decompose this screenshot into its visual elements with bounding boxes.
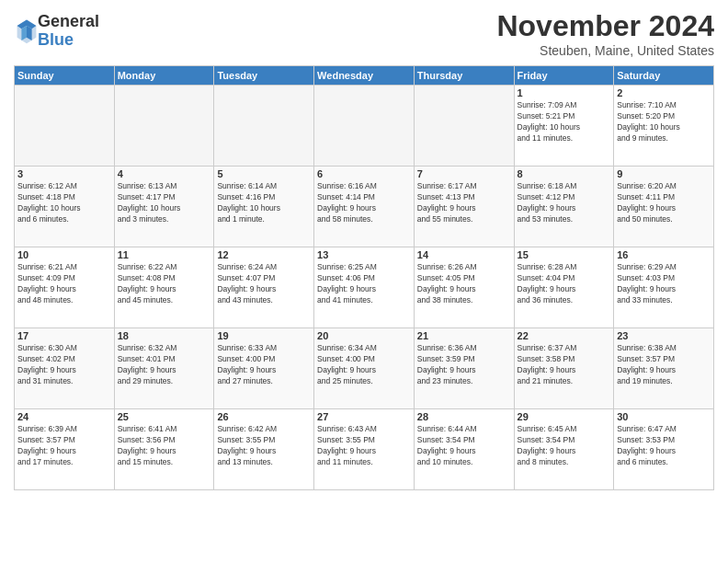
day-info: Sunrise: 6:41 AM Sunset: 3:56 PM Dayligh… xyxy=(118,424,211,468)
day-info: Sunrise: 6:39 AM Sunset: 3:57 PM Dayligh… xyxy=(17,424,111,468)
header-wednesday: Wednesday xyxy=(314,66,415,86)
day-number: 2 xyxy=(617,87,711,98)
day-info: Sunrise: 6:42 AM Sunset: 3:55 PM Dayligh… xyxy=(217,424,311,468)
day-info: Sunrise: 6:34 AM Sunset: 4:00 PM Dayligh… xyxy=(317,343,411,387)
calendar-cell-w2-d7: 9Sunrise: 6:20 AM Sunset: 4:11 PM Daylig… xyxy=(614,167,714,247)
calendar-cell-w2-d5: 7Sunrise: 6:17 AM Sunset: 4:13 PM Daylig… xyxy=(414,167,514,247)
calendar-cell-w5-d7: 30Sunrise: 6:47 AM Sunset: 3:53 PM Dayli… xyxy=(614,409,714,490)
calendar-cell-w1-d7: 2Sunrise: 7:10 AM Sunset: 5:20 PM Daylig… xyxy=(614,86,714,167)
day-number: 30 xyxy=(617,411,711,422)
calendar-week-1: 1Sunrise: 7:09 AM Sunset: 5:21 PM Daylig… xyxy=(15,86,714,167)
day-number: 7 xyxy=(417,168,511,179)
header-thursday: Thursday xyxy=(414,66,514,86)
calendar-header-row: Sunday Monday Tuesday Wednesday Thursday… xyxy=(15,66,714,86)
day-info: Sunrise: 6:28 AM Sunset: 4:04 PM Dayligh… xyxy=(518,262,611,306)
day-number: 20 xyxy=(317,330,411,341)
day-number: 29 xyxy=(518,411,611,422)
location: Steuben, Maine, United States xyxy=(496,43,714,58)
day-info: Sunrise: 6:25 AM Sunset: 4:06 PM Dayligh… xyxy=(317,262,411,306)
day-info: Sunrise: 6:36 AM Sunset: 3:59 PM Dayligh… xyxy=(417,343,511,387)
day-number: 10 xyxy=(17,249,111,260)
logo-blue-text: Blue xyxy=(38,31,99,50)
day-info: Sunrise: 6:38 AM Sunset: 3:57 PM Dayligh… xyxy=(617,343,711,387)
logo: General Blue xyxy=(14,13,99,50)
calendar-cell-w5-d2: 25Sunrise: 6:41 AM Sunset: 3:56 PM Dayli… xyxy=(114,409,214,490)
day-info: Sunrise: 6:44 AM Sunset: 3:54 PM Dayligh… xyxy=(417,424,511,468)
month-title: November 2024 xyxy=(496,9,714,43)
header-saturday: Saturday xyxy=(614,66,714,86)
day-number: 18 xyxy=(118,330,211,341)
calendar-cell-w1-d1 xyxy=(15,86,115,167)
calendar-cell-w3-d3: 12Sunrise: 6:24 AM Sunset: 4:07 PM Dayli… xyxy=(214,247,314,328)
day-number: 4 xyxy=(118,168,211,179)
calendar-cell-w3-d7: 16Sunrise: 6:29 AM Sunset: 4:03 PM Dayli… xyxy=(614,247,714,328)
calendar-week-2: 3Sunrise: 6:12 AM Sunset: 4:18 PM Daylig… xyxy=(15,167,714,247)
header: General Blue November 2024 Steuben, Main… xyxy=(14,9,714,58)
day-number: 22 xyxy=(518,330,611,341)
calendar-cell-w3-d1: 10Sunrise: 6:21 AM Sunset: 4:09 PM Dayli… xyxy=(15,247,115,328)
day-number: 9 xyxy=(617,168,711,179)
day-info: Sunrise: 6:32 AM Sunset: 4:01 PM Dayligh… xyxy=(118,343,211,387)
calendar-week-5: 24Sunrise: 6:39 AM Sunset: 3:57 PM Dayli… xyxy=(15,409,714,490)
header-tuesday: Tuesday xyxy=(214,66,314,86)
calendar-cell-w2-d1: 3Sunrise: 6:12 AM Sunset: 4:18 PM Daylig… xyxy=(15,167,115,247)
day-info: Sunrise: 6:37 AM Sunset: 3:58 PM Dayligh… xyxy=(518,343,611,387)
calendar-cell-w5-d5: 28Sunrise: 6:44 AM Sunset: 3:54 PM Dayli… xyxy=(414,409,514,490)
day-number: 16 xyxy=(617,249,711,260)
day-info: Sunrise: 6:16 AM Sunset: 4:14 PM Dayligh… xyxy=(317,181,411,225)
calendar-cell-w3-d2: 11Sunrise: 6:22 AM Sunset: 4:08 PM Dayli… xyxy=(114,247,214,328)
day-info: Sunrise: 6:12 AM Sunset: 4:18 PM Dayligh… xyxy=(17,181,111,225)
day-number: 17 xyxy=(17,330,111,341)
day-info: Sunrise: 6:24 AM Sunset: 4:07 PM Dayligh… xyxy=(217,262,311,306)
day-number: 8 xyxy=(518,168,611,179)
day-info: Sunrise: 7:10 AM Sunset: 5:20 PM Dayligh… xyxy=(617,100,711,144)
calendar-table: Sunday Monday Tuesday Wednesday Thursday… xyxy=(14,65,714,490)
calendar-cell-w1-d4 xyxy=(314,86,415,167)
calendar-cell-w4-d2: 18Sunrise: 6:32 AM Sunset: 4:01 PM Dayli… xyxy=(114,328,214,409)
calendar-cell-w5-d6: 29Sunrise: 6:45 AM Sunset: 3:54 PM Dayli… xyxy=(514,409,614,490)
logo-general-text: General xyxy=(38,13,99,31)
day-number: 11 xyxy=(118,249,211,260)
day-number: 3 xyxy=(17,168,111,179)
day-number: 21 xyxy=(417,330,511,341)
calendar-cell-w4-d5: 21Sunrise: 6:36 AM Sunset: 3:59 PM Dayli… xyxy=(414,328,514,409)
day-number: 6 xyxy=(317,168,411,179)
calendar-cell-w2-d2: 4Sunrise: 6:13 AM Sunset: 4:17 PM Daylig… xyxy=(114,167,214,247)
header-monday: Monday xyxy=(114,66,214,86)
calendar-cell-w1-d5 xyxy=(414,86,514,167)
day-number: 12 xyxy=(217,249,311,260)
day-info: Sunrise: 6:20 AM Sunset: 4:11 PM Dayligh… xyxy=(617,181,711,225)
day-number: 26 xyxy=(217,411,311,422)
calendar-cell-w4-d3: 19Sunrise: 6:33 AM Sunset: 4:00 PM Dayli… xyxy=(214,328,314,409)
day-info: Sunrise: 6:17 AM Sunset: 4:13 PM Dayligh… xyxy=(417,181,511,225)
calendar-cell-w2-d4: 6Sunrise: 6:16 AM Sunset: 4:14 PM Daylig… xyxy=(314,167,415,247)
logo-text: General Blue xyxy=(38,13,99,50)
day-info: Sunrise: 6:21 AM Sunset: 4:09 PM Dayligh… xyxy=(17,262,111,306)
calendar-cell-w2-d6: 8Sunrise: 6:18 AM Sunset: 4:12 PM Daylig… xyxy=(514,167,614,247)
day-number: 1 xyxy=(518,87,611,98)
day-info: Sunrise: 6:26 AM Sunset: 4:05 PM Dayligh… xyxy=(417,262,511,306)
logo-icon xyxy=(16,18,38,44)
day-number: 23 xyxy=(617,330,711,341)
day-info: Sunrise: 6:43 AM Sunset: 3:55 PM Dayligh… xyxy=(317,424,411,468)
calendar-cell-w3-d4: 13Sunrise: 6:25 AM Sunset: 4:06 PM Dayli… xyxy=(314,247,415,328)
day-info: Sunrise: 7:09 AM Sunset: 5:21 PM Dayligh… xyxy=(518,100,611,144)
day-number: 19 xyxy=(217,330,311,341)
day-number: 27 xyxy=(317,411,411,422)
calendar-cell-w4-d6: 22Sunrise: 6:37 AM Sunset: 3:58 PM Dayli… xyxy=(514,328,614,409)
calendar-cell-w5-d4: 27Sunrise: 6:43 AM Sunset: 3:55 PM Dayli… xyxy=(314,409,415,490)
day-number: 28 xyxy=(417,411,511,422)
day-info: Sunrise: 6:13 AM Sunset: 4:17 PM Dayligh… xyxy=(118,181,211,225)
day-info: Sunrise: 6:22 AM Sunset: 4:08 PM Dayligh… xyxy=(118,262,211,306)
day-info: Sunrise: 6:30 AM Sunset: 4:02 PM Dayligh… xyxy=(17,343,111,387)
calendar-cell-w1-d6: 1Sunrise: 7:09 AM Sunset: 5:21 PM Daylig… xyxy=(514,86,614,167)
day-number: 24 xyxy=(17,411,111,422)
day-info: Sunrise: 6:18 AM Sunset: 4:12 PM Dayligh… xyxy=(518,181,611,225)
calendar-cell-w4-d1: 17Sunrise: 6:30 AM Sunset: 4:02 PM Dayli… xyxy=(15,328,115,409)
header-sunday: Sunday xyxy=(15,66,115,86)
day-info: Sunrise: 6:47 AM Sunset: 3:53 PM Dayligh… xyxy=(617,424,711,468)
title-block: November 2024 Steuben, Maine, United Sta… xyxy=(496,9,714,58)
day-number: 13 xyxy=(317,249,411,260)
day-info: Sunrise: 6:45 AM Sunset: 3:54 PM Dayligh… xyxy=(518,424,611,468)
day-number: 14 xyxy=(417,249,511,260)
